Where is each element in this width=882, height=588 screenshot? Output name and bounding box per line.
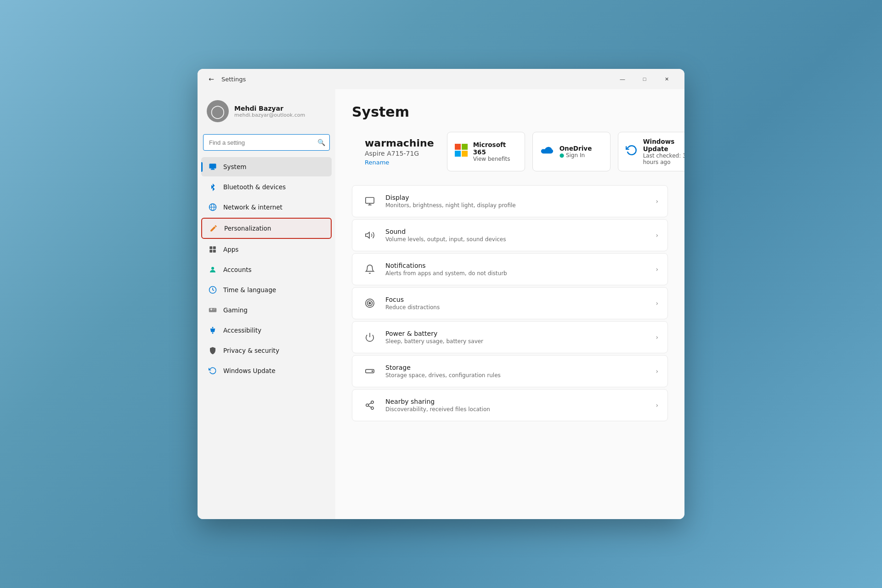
minimize-button[interactable]: — <box>612 72 633 86</box>
sidebar-item-network[interactable]: Network & internet <box>201 198 332 217</box>
display-text: Display Monitors, brightness, night ligh… <box>385 194 648 209</box>
accounts-icon <box>208 265 218 275</box>
sidebar-item-accessibility[interactable]: Accessibility <box>201 321 332 340</box>
svg-rect-8 <box>209 250 212 253</box>
windowsupdate-icon <box>626 144 638 159</box>
sidebar-item-apps-label: Apps <box>223 246 238 253</box>
accessibility-icon <box>208 325 218 335</box>
windowsupdate-text: Windows Update Last checked: 3 hours ago <box>643 138 684 165</box>
settings-item-sound[interactable]: Sound Volume levels, output, input, soun… <box>352 219 668 251</box>
power-icon <box>362 329 378 345</box>
power-desc: Sleep, battery usage, battery saver <box>385 338 648 345</box>
storage-chevron: › <box>656 368 658 375</box>
focus-desc: Reduce distractions <box>385 304 648 311</box>
search-icon: 🔍 <box>317 139 325 146</box>
device-model: Aspire A715-71G <box>365 150 434 157</box>
quick-actions: Microsoft 365 View benefits OneDrive <box>447 132 684 171</box>
svg-rect-21 <box>366 198 374 204</box>
user-info: Mehdi Bazyar mehdi.bazyar@outlook.com <box>234 105 305 118</box>
svg-point-33 <box>371 407 374 410</box>
microsoft365-icon <box>455 144 468 159</box>
windowsupdate-subtitle: Last checked: 3 hours ago <box>643 153 684 165</box>
sidebar-item-update[interactable]: Windows Update <box>201 361 332 380</box>
nearby-desc: Discoverability, received files location <box>385 406 648 413</box>
onedrive-action[interactable]: OneDrive ● Sign In <box>532 132 611 171</box>
window-title: Settings <box>221 76 246 83</box>
sidebar-item-apps[interactable]: Apps <box>201 240 332 259</box>
display-desc: Monitors, brightness, night light, displ… <box>385 202 648 209</box>
sidebar-item-personalization-label: Personalization <box>224 225 271 232</box>
svg-rect-9 <box>213 250 216 253</box>
svg-point-30 <box>372 371 373 372</box>
title-bar: ← Settings — □ ✕ <box>198 69 684 89</box>
search-box: 🔍 <box>203 134 330 151</box>
svg-line-34 <box>368 406 371 407</box>
svg-point-10 <box>211 267 214 270</box>
onedrive-subtitle: ● Sign In <box>560 152 592 158</box>
gaming-icon <box>208 305 218 315</box>
onedrive-title: OneDrive <box>560 145 592 152</box>
back-button[interactable]: ← <box>205 73 218 85</box>
rename-link[interactable]: Rename <box>365 159 389 166</box>
search-input[interactable] <box>203 134 330 151</box>
close-button[interactable]: ✕ <box>656 72 677 86</box>
settings-item-power[interactable]: Power & battery Sleep, battery usage, ba… <box>352 321 668 353</box>
microsoft365-title: Microsoft 365 <box>473 141 517 156</box>
nearby-text: Nearby sharing Discoverability, received… <box>385 398 648 413</box>
user-name: Mehdi Bazyar <box>234 105 305 112</box>
system-icon <box>208 162 218 172</box>
user-section[interactable]: ◯ Mehdi Bazyar mehdi.bazyar@outlook.com <box>201 96 332 130</box>
svg-rect-20 <box>462 151 468 157</box>
sidebar-item-personalization[interactable]: Personalization <box>201 218 332 239</box>
sidebar-item-bluetooth[interactable]: Bluetooth & devices <box>201 177 332 197</box>
sidebar-item-network-label: Network & internet <box>223 204 283 211</box>
sound-title: Sound <box>385 228 648 235</box>
maximize-button[interactable]: □ <box>634 72 655 86</box>
settings-item-nearby[interactable]: Nearby sharing Discoverability, received… <box>352 389 668 421</box>
settings-list: Display Monitors, brightness, night ligh… <box>352 185 668 421</box>
bluetooth-icon <box>208 182 218 192</box>
sidebar-item-gaming[interactable]: Gaming <box>201 300 332 320</box>
notifications-icon <box>362 261 378 277</box>
sidebar-item-privacy[interactable]: Privacy & security <box>201 341 332 360</box>
svg-rect-1 <box>211 169 214 170</box>
device-name: warmachine <box>365 137 434 149</box>
storage-title: Storage <box>385 364 648 371</box>
svg-rect-7 <box>213 246 216 249</box>
settings-item-display[interactable]: Display Monitors, brightness, night ligh… <box>352 185 668 217</box>
content-area: ◯ Mehdi Bazyar mehdi.bazyar@outlook.com … <box>198 89 684 519</box>
focus-text: Focus Reduce distractions <box>385 296 648 311</box>
microsoft365-subtitle: View benefits <box>473 156 517 162</box>
user-email: mehdi.bazyar@outlook.com <box>234 112 305 118</box>
sound-text: Sound Volume levels, output, input, soun… <box>385 228 648 243</box>
sound-icon <box>362 227 378 243</box>
sound-desc: Volume levels, output, input, sound devi… <box>385 236 648 243</box>
nearby-chevron: › <box>656 401 658 409</box>
settings-item-storage[interactable]: Storage Storage space, drives, configura… <box>352 355 668 387</box>
sidebar-item-system[interactable]: System <box>201 157 332 176</box>
onedrive-dot: ● <box>560 152 566 158</box>
time-icon <box>208 285 218 295</box>
window-controls: — □ ✕ <box>612 72 677 86</box>
settings-window: ← Settings — □ ✕ ◯ Mehdi Bazyar mehdi.ba… <box>198 69 684 519</box>
update-icon <box>208 366 218 376</box>
sidebar-item-accounts[interactable]: Accounts <box>201 260 332 279</box>
avatar: ◯ <box>207 100 229 122</box>
sidebar-item-update-label: Windows Update <box>223 367 275 374</box>
settings-item-focus[interactable]: Focus Reduce distractions › <box>352 287 668 319</box>
sidebar: ◯ Mehdi Bazyar mehdi.bazyar@outlook.com … <box>198 89 335 519</box>
sidebar-item-time-label: Time & language <box>223 286 276 294</box>
network-icon <box>208 202 218 212</box>
sidebar-item-time[interactable]: Time & language <box>201 280 332 300</box>
privacy-icon <box>208 345 218 356</box>
personalization-icon <box>209 223 219 233</box>
notifications-chevron: › <box>656 266 658 273</box>
microsoft365-action[interactable]: Microsoft 365 View benefits <box>447 132 525 171</box>
storage-icon <box>362 363 378 379</box>
apps-icon <box>208 244 218 254</box>
svg-rect-2 <box>211 169 215 170</box>
display-title: Display <box>385 194 648 201</box>
windowsupdate-action[interactable]: Windows Update Last checked: 3 hours ago <box>618 132 684 171</box>
sidebar-item-system-label: System <box>223 163 246 170</box>
settings-item-notifications[interactable]: Notifications Alerts from apps and syste… <box>352 253 668 285</box>
